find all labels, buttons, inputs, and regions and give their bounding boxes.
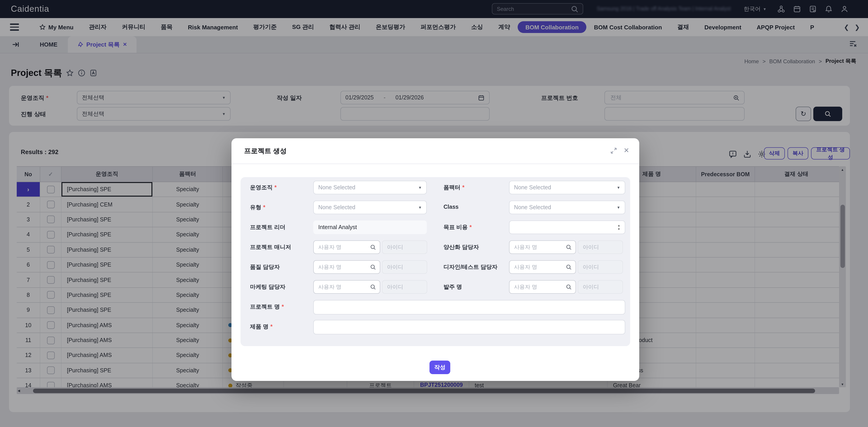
- class-label: Class: [443, 204, 459, 210]
- project-name-input[interactable]: [313, 300, 625, 315]
- modal-title: 프로젝트 생성: [244, 147, 287, 156]
- quality-user-input[interactable]: [317, 263, 370, 271]
- form-factor-label: 폼팩터: [443, 184, 460, 191]
- create-project-modal: 프로젝트 생성 ✕ 운영조직* None Selected▼ 폼팩터* None…: [231, 138, 639, 381]
- search-icon: [370, 284, 376, 290]
- target-cost-input[interactable]: ▲▼: [509, 221, 625, 234]
- form-factor-select[interactable]: None Selected▼: [509, 181, 625, 194]
- order-user-input[interactable]: [513, 283, 565, 291]
- org-label: 운영조직: [250, 184, 273, 191]
- org-select[interactable]: None Selected▼: [313, 181, 427, 194]
- pm-user-input[interactable]: [317, 243, 370, 251]
- marketing-label: 마케팅 담당자: [250, 283, 285, 291]
- target-cost-label: 목표 비용: [443, 224, 468, 230]
- mass-prod-label: 양산화 담당자: [443, 243, 479, 251]
- marketing-user-input[interactable]: [317, 283, 370, 291]
- project-leader-field: Internal Analyst: [313, 221, 427, 234]
- type-select[interactable]: None Selected▼: [313, 201, 427, 214]
- search-icon: [565, 244, 572, 250]
- leader-label: 프로젝트 리더: [250, 224, 285, 231]
- submit-button[interactable]: 작성: [430, 361, 450, 374]
- search-icon: [565, 264, 572, 270]
- class-select[interactable]: None Selected▼: [509, 201, 625, 214]
- quality-id-input[interactable]: [386, 263, 423, 271]
- close-icon[interactable]: ✕: [624, 146, 629, 155]
- order-label: 발주 명: [443, 283, 462, 291]
- stepper-icons[interactable]: ▲▼: [618, 224, 620, 230]
- expand-icon[interactable]: [611, 147, 617, 154]
- mass-prod-id-input[interactable]: [582, 243, 619, 251]
- design-test-user-input[interactable]: [513, 263, 565, 271]
- search-icon: [370, 264, 376, 270]
- product-name-input[interactable]: [313, 320, 625, 334]
- modal-form: 운영조직* None Selected▼ 폼팩터* None Selected▼…: [241, 177, 630, 346]
- mass-prod-user-input[interactable]: [513, 243, 565, 251]
- project-name-label: 프로젝트 명: [250, 304, 280, 310]
- search-icon: [370, 244, 376, 250]
- type-label: 유형: [250, 204, 261, 210]
- search-icon: [565, 284, 572, 290]
- order-id-input[interactable]: [582, 283, 619, 291]
- design-test-label: 디자인/테스트 담당자: [443, 263, 498, 271]
- pm-id-input[interactable]: [386, 243, 423, 251]
- quality-label: 품질 담당자: [250, 263, 280, 271]
- marketing-id-input[interactable]: [386, 283, 423, 291]
- app-root: Caidentia Samsung 2016 | Trade off Analy…: [0, 0, 868, 427]
- pm-label: 프로젝트 매니저: [250, 243, 291, 251]
- design-test-id-input[interactable]: [582, 263, 619, 271]
- product-name-label: 제품 명: [250, 324, 269, 330]
